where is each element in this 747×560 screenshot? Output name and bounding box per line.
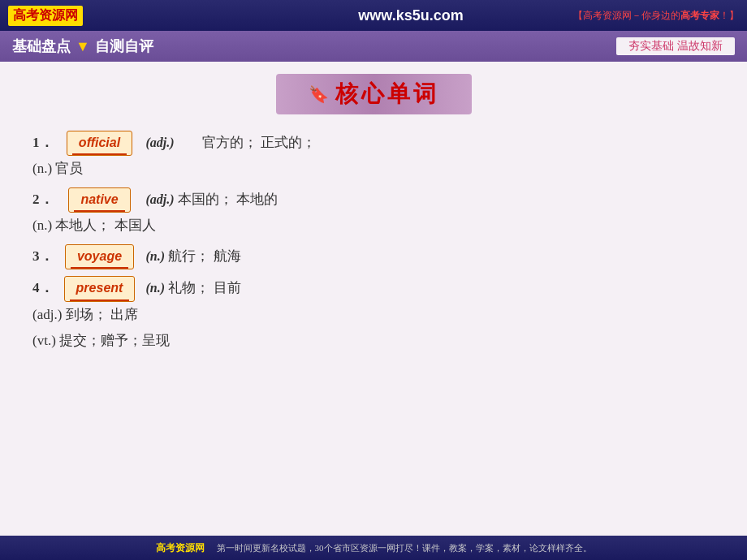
header-url: www.ks5u.com <box>358 7 463 24</box>
entry-4-cont3: (vt.) 提交；赠予；呈现 <box>32 330 715 353</box>
entry-3-answer: voyage <box>65 244 134 269</box>
entry-4-number: 4． <box>32 277 54 300</box>
footer-logo: 高考资源网 <box>156 541 205 555</box>
entry-3-answer-blank: voyage <box>55 244 145 269</box>
entry-4-answer: present <box>64 276 136 301</box>
slogan-prefix: 【高考资源网－你身边的 <box>573 10 680 21</box>
entry-2-def: 本国的； 本地的 <box>178 188 278 212</box>
navbar: 基础盘点 ▼ 自测自评 夯实基础 温故知新 <box>0 31 747 62</box>
entry-2-cont: (n.) 本地人； 本国人 <box>32 214 715 238</box>
entry-3-pos: (n.) <box>146 245 166 267</box>
entry-2-pos: (adj.) <box>146 188 175 210</box>
nav-subtitle: 自测自评 <box>95 37 153 56</box>
entry-2-answer-blank: native <box>55 187 145 213</box>
nav-title: 基础盘点 <box>12 37 71 56</box>
entry-4-answer-blank: present <box>55 276 145 301</box>
entry-1-pos: (adj.) <box>146 131 175 153</box>
header-slogan: 【高考资源网－你身边的高考专家！】 <box>573 9 739 23</box>
slogan-suffix: ！】 <box>719 10 739 21</box>
entry-1-answer: official <box>67 131 132 156</box>
entry-2-line1: 2． native (adj.) 本国的； 本地的 <box>32 187 715 213</box>
header: 高考资源网 www.ks5u.com 【高考资源网－你身边的高考专家！】 <box>0 0 747 31</box>
nav-separator: ▼ <box>76 38 90 55</box>
entry-3-def: 航行； 航海 <box>168 245 240 269</box>
entry-3-number: 3． <box>32 245 54 269</box>
footer-text: 第一时间更新名校试题，30个省市区资源一网打尽！课件，教案，学案，素材，论文样样… <box>217 542 592 554</box>
entry-1-answer-blank: official <box>55 131 145 156</box>
entry-4-cont2: (adj.) 到场； 出席 <box>32 304 715 327</box>
title-icon: 🔖 <box>309 84 329 104</box>
entry-2-answer: native <box>68 187 130 213</box>
entry-1-cont: (n.) 官员 <box>32 157 715 181</box>
header-logo: 高考资源网 <box>8 6 83 26</box>
title-banner: 🔖 核心单词 <box>32 74 715 114</box>
title-banner-bg: 🔖 核心单词 <box>276 74 472 114</box>
word-entry-4: 4． present (n.) 礼物； 目前 (adj.) 到场； 出席 (vt… <box>32 276 715 353</box>
main-content: 🔖 核心单词 1． official (adj.) 官方的； 正式的； (n.)… <box>0 62 747 368</box>
entry-4-def: 礼物； 目前 <box>168 277 240 300</box>
entry-1-line1: 1． official (adj.) 官方的； 正式的； <box>32 131 715 156</box>
word-entry-2: 2． native (adj.) 本国的； 本地的 (n.) 本地人； 本国人 <box>32 187 715 238</box>
entry-4-line1: 4． present (n.) 礼物； 目前 <box>32 276 715 301</box>
entry-4-pos: (n.) <box>146 277 166 299</box>
word-entry-1: 1． official (adj.) 官方的； 正式的； (n.) 官员 <box>32 131 715 181</box>
nav-right-text: 夯实基础 温故知新 <box>616 37 735 55</box>
word-entry-3: 3． voyage (n.) 航行； 航海 <box>32 244 715 269</box>
entry-2-number: 2． <box>32 188 54 212</box>
footer: 高考资源网 第一时间更新名校试题，30个省市区资源一网打尽！课件，教案，学案，素… <box>0 536 747 560</box>
entry-1-def: 官方的； 正式的； <box>202 131 316 155</box>
slogan-highlight: 高考专家 <box>680 10 719 21</box>
page-title: 核心单词 <box>335 79 439 110</box>
entry-3-line1: 3． voyage (n.) 航行； 航海 <box>32 244 715 269</box>
entry-1-number: 1． <box>32 131 54 155</box>
logo-text: 高考资源网 <box>8 6 83 26</box>
